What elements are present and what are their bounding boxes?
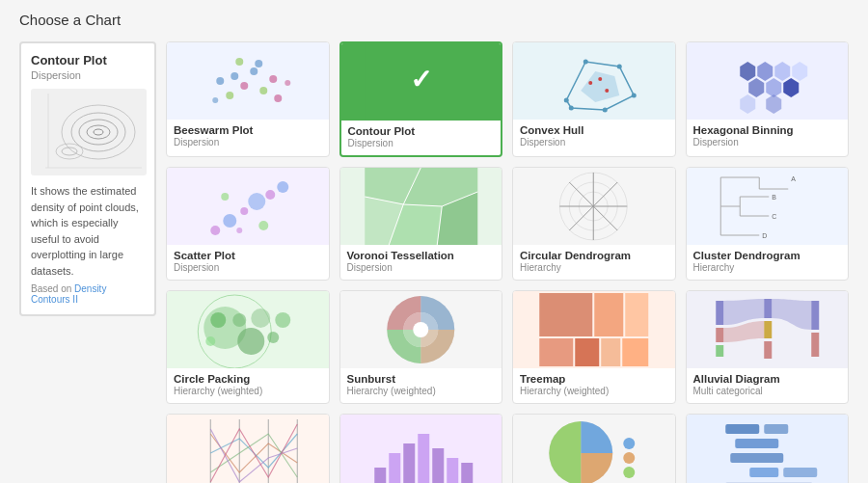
chart-info-sunburst: SunburstHierarchy (weighted) xyxy=(340,368,502,403)
chart-thumbnail-cluster-dendro: A B C D xyxy=(687,168,849,245)
chart-info-hexbin: Hexagonal BinningDispersion xyxy=(687,120,849,154)
chart-name-treemap: Treemap xyxy=(520,373,668,385)
svg-rect-120 xyxy=(764,299,772,318)
chart-name-alluvial: Alluvial Diagram xyxy=(693,373,842,385)
svg-rect-132 xyxy=(389,453,400,483)
svg-rect-137 xyxy=(461,463,473,483)
svg-point-101 xyxy=(267,332,279,343)
charts-grid: Beeswarm PlotDispersion ✓ Contour PlotDi… xyxy=(166,41,849,483)
chart-category-contour: Dispersion xyxy=(348,138,495,148)
grid-container: Contour Plot Dispersion xyxy=(19,41,849,483)
chart-thumbnail-parallel xyxy=(167,415,329,483)
chart-card-beeswarm[interactable]: Beeswarm PlotDispersion xyxy=(166,41,330,157)
svg-point-21 xyxy=(285,80,290,86)
chart-info-alluvial: Alluvial DiagramMulti categorical xyxy=(687,368,849,403)
svg-point-35 xyxy=(605,89,609,93)
svg-rect-109 xyxy=(539,293,592,336)
svg-point-5 xyxy=(87,125,110,139)
svg-rect-121 xyxy=(764,321,772,338)
chart-name-hexbin: Hexagonal Binning xyxy=(693,124,842,136)
chart-card-voronoi[interactable]: Voronoi TessellationDispersion xyxy=(339,167,503,281)
featured-card: Contour Plot Dispersion xyxy=(19,41,156,316)
page-title: Choose a Chart xyxy=(19,12,849,28)
featured-card-subtitle: Dispersion xyxy=(31,69,145,81)
chart-thumbnail-hexbin xyxy=(687,42,849,120)
chart-card-cluster-dendro[interactable]: A B C D Cluster DendrogramHierarchy xyxy=(686,167,850,281)
chart-card-hexbin[interactable]: Hexagonal BinningDispersion xyxy=(686,41,850,157)
chart-thumbnail-gantt xyxy=(687,415,849,483)
svg-rect-111 xyxy=(625,293,648,336)
chart-card-convex[interactable]: Convex HullDispersion xyxy=(512,41,676,157)
svg-point-97 xyxy=(237,328,264,355)
svg-point-4 xyxy=(79,120,118,145)
svg-rect-136 xyxy=(447,458,458,483)
svg-point-16 xyxy=(226,92,233,99)
chart-card-sunburst[interactable]: SunburstHierarchy (weighted) xyxy=(339,290,503,404)
svg-point-48 xyxy=(223,214,236,228)
chart-thumbnail-sunburst xyxy=(340,291,502,368)
chart-card-contour[interactable]: ✓ Contour PlotDispersion xyxy=(339,41,503,157)
page-container: Choose a Chart Contour Plot Dispersion xyxy=(0,0,868,483)
chart-info-scatter: Scatter PlotDispersion xyxy=(167,245,329,280)
chart-info-voronoi: Voronoi TessellationDispersion xyxy=(340,245,502,280)
chart-card-parallel[interactable]: Parallel CoordinatesMultivariate xyxy=(166,414,330,483)
svg-point-49 xyxy=(240,207,248,215)
chart-info-contour: Contour PlotDispersion xyxy=(341,121,502,155)
svg-rect-46 xyxy=(191,168,304,245)
chart-card-treemap[interactable]: TreemapHierarchy (weighted) xyxy=(512,290,676,404)
svg-point-31 xyxy=(603,108,608,113)
svg-rect-122 xyxy=(764,341,772,359)
chart-thumbnail-voronoi xyxy=(340,168,502,245)
svg-point-29 xyxy=(617,65,622,69)
svg-point-100 xyxy=(232,313,246,327)
svg-rect-115 xyxy=(622,338,648,366)
chart-category-circular-dendro: Hierarchy xyxy=(520,262,668,273)
chart-card-gantt[interactable]: Gantt ChartTime chunks xyxy=(686,414,850,483)
chart-info-circle-pack: Circle PackingHierarchy (weighted) xyxy=(167,368,329,403)
svg-rect-147 xyxy=(730,453,783,463)
chart-thumbnail-circle-pack xyxy=(167,291,329,368)
svg-point-55 xyxy=(236,228,242,233)
svg-rect-114 xyxy=(601,338,620,366)
svg-point-98 xyxy=(251,309,270,328)
chart-card-circle-pack[interactable]: Circle PackingHierarchy (weighted) xyxy=(166,290,330,404)
svg-point-19 xyxy=(235,58,243,66)
svg-point-107 xyxy=(413,322,428,337)
chart-thumbnail-pie xyxy=(513,415,675,483)
svg-point-10 xyxy=(216,77,224,85)
chart-category-beeswarm: Dispersion xyxy=(174,137,322,148)
svg-point-13 xyxy=(250,67,258,75)
chart-name-cluster-dendro: Cluster Dendrogram xyxy=(693,250,842,261)
chart-card-bar[interactable]: Bar chartOther xyxy=(339,414,503,483)
chart-thumbnail-circular-dendro xyxy=(513,168,675,245)
svg-point-12 xyxy=(240,82,248,90)
chart-name-circular-dendro: Circular Dendrogram xyxy=(520,250,668,261)
svg-point-52 xyxy=(277,181,288,193)
chart-name-scatter: Scatter Plot xyxy=(174,250,322,261)
svg-text:✓: ✓ xyxy=(409,65,431,94)
svg-rect-134 xyxy=(418,434,429,483)
chart-card-circular-dendro[interactable]: Circular DendrogramHierarchy xyxy=(512,167,676,281)
svg-point-54 xyxy=(258,221,268,230)
svg-rect-110 xyxy=(594,293,623,336)
chart-thumbnail-beeswarm xyxy=(167,42,329,120)
svg-point-18 xyxy=(274,94,282,102)
svg-point-103 xyxy=(275,312,290,328)
chart-name-beeswarm: Beeswarm Plot xyxy=(174,124,322,136)
chart-card-pie[interactable]: Pie chartOther xyxy=(512,414,676,483)
svg-rect-125 xyxy=(191,415,304,483)
svg-rect-135 xyxy=(432,448,444,483)
chart-category-sunburst: Hierarchy (weighted) xyxy=(347,386,496,396)
svg-point-33 xyxy=(588,81,592,85)
svg-point-99 xyxy=(210,312,226,328)
featured-card-title: Contour Plot xyxy=(31,53,145,67)
chart-card-alluvial[interactable]: Alluvial DiagramMulti categorical xyxy=(686,290,850,404)
svg-point-142 xyxy=(623,467,635,478)
svg-point-17 xyxy=(255,60,262,67)
chart-thumbnail-contour: ✓ xyxy=(341,43,502,121)
chart-name-convex: Convex Hull xyxy=(520,124,668,136)
svg-text:C: C xyxy=(772,213,776,220)
chart-card-scatter[interactable]: Scatter PlotDispersion xyxy=(166,167,330,281)
chart-name-contour: Contour Plot xyxy=(348,125,495,137)
svg-point-27 xyxy=(564,98,569,103)
